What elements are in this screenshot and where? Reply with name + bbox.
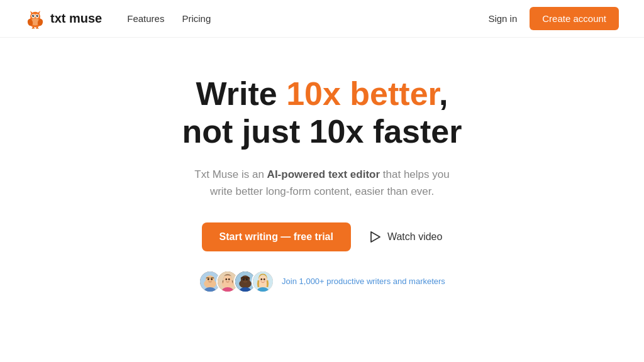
sign-in-button[interactable]: Sign in	[488, 13, 517, 24]
watch-video-button[interactable]: Watch video	[369, 231, 442, 243]
headline-part1: Write	[196, 75, 287, 112]
avatar-group	[199, 270, 274, 293]
svg-point-24	[206, 275, 214, 284]
svg-marker-21	[371, 232, 380, 242]
svg-point-27	[211, 278, 213, 280]
social-proof: Join 1,000+ productive writers and marke…	[199, 270, 445, 293]
avatar	[252, 270, 274, 293]
logo-text: txt muse	[50, 11, 102, 26]
create-account-button[interactable]: Create account	[530, 7, 619, 30]
svg-point-33	[228, 278, 230, 280]
headline-comma: ,	[439, 75, 448, 112]
svg-point-41	[247, 279, 248, 280]
svg-point-9	[36, 14, 38, 16]
hero-section: Write 10x better, not just 10x faster Tx…	[0, 38, 644, 293]
svg-point-8	[32, 14, 34, 16]
headline-line2: not just 10x faster	[182, 113, 462, 150]
svg-point-32	[226, 278, 228, 280]
svg-point-44	[258, 275, 267, 284]
play-icon	[369, 231, 381, 243]
svg-point-26	[208, 278, 209, 280]
nav-links: Features Pricing	[127, 13, 488, 24]
subtext-part1: Txt Muse is an	[194, 168, 267, 180]
owl-icon	[25, 9, 45, 29]
nav-pricing[interactable]: Pricing	[182, 13, 211, 24]
start-writing-button[interactable]: Start writing — free trial	[202, 222, 351, 251]
svg-point-47	[264, 278, 265, 280]
svg-point-48	[260, 280, 262, 282]
svg-point-46	[261, 278, 263, 280]
watch-video-label: Watch video	[387, 231, 442, 243]
svg-point-10	[33, 15, 34, 16]
nav-features[interactable]: Features	[127, 13, 164, 24]
svg-point-38	[243, 278, 245, 280]
hero-headline: Write 10x better, not just 10x faster	[182, 75, 462, 151]
logo: txt muse	[25, 9, 102, 29]
navbar: txt muse Features Pricing Sign in Create…	[0, 0, 644, 38]
headline-highlight: 10x better	[286, 75, 439, 112]
hero-actions: Start writing — free trial Watch video	[202, 222, 443, 251]
nav-actions: Sign in Create account	[488, 7, 619, 30]
svg-point-30	[223, 275, 232, 284]
hero-subtext: Txt Muse is an AI-powered text editor th…	[190, 166, 454, 200]
svg-point-39	[246, 278, 248, 280]
svg-point-49	[264, 280, 267, 282]
svg-point-40	[243, 279, 244, 280]
subtext-bold: AI-powered text editor	[267, 168, 380, 180]
svg-point-36	[241, 275, 250, 284]
social-proof-text: Join 1,000+ productive writers and marke…	[282, 277, 445, 286]
svg-point-11	[37, 15, 38, 16]
